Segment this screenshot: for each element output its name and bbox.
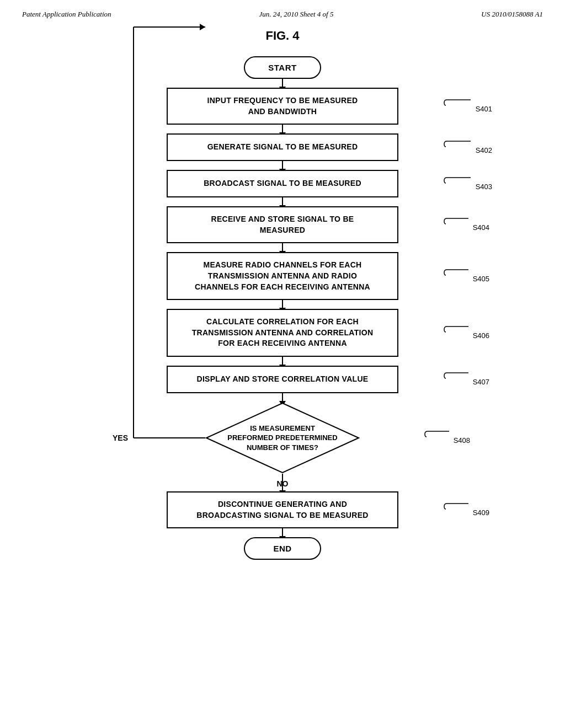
end-terminal-wrapper: END [244, 537, 321, 560]
step-s405-label: S405 [443, 269, 489, 283]
step-s401-wrapper: INPUT FREQUENCY TO BE MEASURED AND BANDW… [117, 88, 448, 125]
fig-title: FIG. 4 [0, 29, 565, 43]
decision-s408-container: YES IS MEASUREMENT PREFORMED PREDETERMIN… [89, 402, 476, 474]
arrow-7 [282, 393, 283, 402]
step-s408-label: S408 [424, 431, 470, 445]
end-terminal: END [244, 537, 321, 560]
step-s402: GENERATE SIGNAL TO BE MEASURED [167, 133, 398, 161]
step-s404-label: S404 [443, 218, 489, 232]
start-terminal: START [244, 56, 321, 79]
step-s402-wrapper: GENERATE SIGNAL TO BE MEASURED S402 [117, 133, 448, 161]
step-s404-wrapper: RECEIVE AND STORE SIGNAL TO BE MEASURED … [117, 206, 448, 243]
step-s409-label: S409 [443, 503, 489, 517]
arrow-6 [282, 357, 283, 366]
step-s403-label: S403 [443, 177, 492, 191]
diamond-text: IS MEASUREMENT PREFORMED PREDETERMINED N… [211, 424, 354, 453]
arrow-no [282, 474, 283, 491]
step-s406: CALCULATE CORRELATION FOR EACH TRANSMISS… [167, 309, 398, 357]
arrow-9 [282, 528, 283, 537]
step-s404: RECEIVE AND STORE SIGNAL TO BE MEASURED [167, 206, 398, 243]
step-s406-wrapper: CALCULATE CORRELATION FOR EACH TRANSMISS… [117, 309, 448, 357]
step-s407: DISPLAY AND STORE CORRELATION VALUE [167, 366, 398, 393]
header-center: Jun. 24, 2010 Sheet 4 of 5 [259, 10, 333, 19]
step-s407-label: S407 [443, 372, 489, 386]
step-s409-wrapper: DISCONTINUE GENERATING AND BROADCASTING … [117, 491, 448, 528]
start-terminal-wrapper: START [244, 56, 321, 79]
arrow-1 [282, 125, 283, 133]
step-s401: INPUT FREQUENCY TO BE MEASURED AND BANDW… [167, 88, 398, 125]
flowchart: START INPUT FREQUENCY TO BE MEASURED AND… [0, 56, 565, 587]
step-s406-label: S406 [443, 326, 489, 340]
diamond-s408: IS MEASUREMENT PREFORMED PREDETERMINED N… [205, 402, 360, 474]
page-header: Patent Application Publication Jun. 24, … [0, 0, 565, 19]
arrow-4 [282, 243, 283, 252]
arrow-3 [282, 197, 283, 206]
yes-label: YES [113, 433, 128, 442]
arrow-0 [282, 79, 283, 88]
step-s403-wrapper: BROADCAST SIGNAL TO BE MEASURED S403 [117, 170, 448, 197]
arrow-2 [282, 161, 283, 170]
step-s409: DISCONTINUE GENERATING AND BROADCASTING … [167, 491, 398, 528]
arrow-5 [282, 300, 283, 309]
step-s405-wrapper: MEASURE RADIO CHANNELS FOR EACH TRANSMIS… [117, 252, 448, 300]
step-s403: BROADCAST SIGNAL TO BE MEASURED [167, 170, 398, 197]
step-s402-label: S402 [443, 141, 492, 154]
step-s407-wrapper: DISPLAY AND STORE CORRELATION VALUE S407 [117, 366, 448, 393]
step-s401-label: S401 [443, 99, 492, 113]
header-left: Patent Application Publication [22, 10, 111, 19]
step-s405: MEASURE RADIO CHANNELS FOR EACH TRANSMIS… [167, 252, 398, 300]
header-right: US 2010/0158088 A1 [481, 10, 543, 19]
